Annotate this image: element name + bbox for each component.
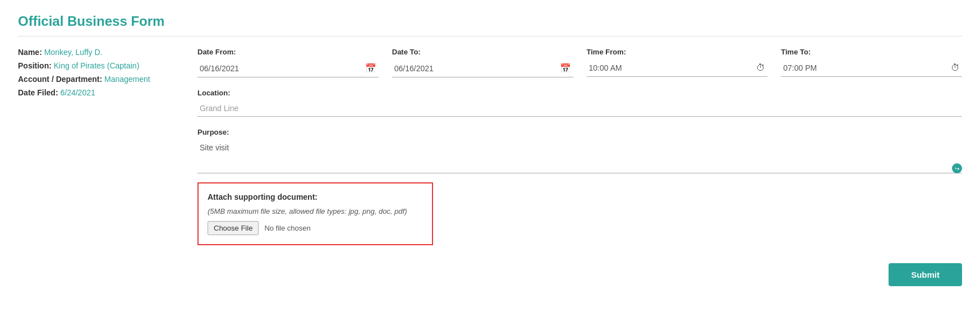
date-filed-label: Date Filed:: [18, 88, 58, 97]
location-value[interactable]: Grand Line: [197, 100, 962, 117]
position-label: Position:: [18, 61, 52, 70]
submit-row: Submit: [197, 263, 962, 286]
date-to-input-row[interactable]: 📅: [392, 59, 573, 77]
account-row: Account / Department: Management: [18, 75, 175, 84]
account-value: Management: [104, 75, 150, 84]
date-from-label: Date From:: [197, 48, 379, 56]
account-label: Account / Department:: [18, 75, 102, 84]
date-to-label: Date To:: [392, 48, 573, 56]
time-to-label: Time To:: [781, 48, 962, 56]
date-filed-row: Date Filed: 6/24/2021: [18, 88, 175, 97]
choose-file-button[interactable]: Choose File: [208, 221, 259, 235]
position-row: Position: King of Pirates (Captain): [18, 61, 175, 70]
purpose-label: Purpose:: [197, 128, 962, 136]
attach-label: Attach supporting document:: [208, 192, 423, 201]
purpose-value[interactable]: Site visit: [197, 140, 962, 173]
location-section: Location: Grand Line: [197, 89, 962, 117]
calendar-icon: 📅: [365, 63, 376, 74]
time-from-input[interactable]: [589, 63, 757, 72]
resize-icon: ↪: [952, 163, 962, 173]
right-panel: Date From: 📅 Date To: 📅 Time From: ⏱: [197, 48, 962, 286]
name-row: Name: Monkey, Luffy D.: [18, 48, 175, 57]
position-value: King of Pirates (Captain): [54, 61, 140, 70]
page-title: Official Business Form: [18, 13, 962, 36]
date-from-input-row[interactable]: 📅: [197, 59, 379, 77]
time-to-group: Time To: ⏱: [781, 48, 962, 77]
time-to-input-row[interactable]: ⏱: [781, 59, 962, 77]
submit-button[interactable]: Submit: [889, 263, 962, 286]
purpose-section: Purpose: Site visit ↪: [197, 128, 962, 173]
name-label: Name:: [18, 48, 42, 57]
time-to-input[interactable]: [783, 63, 951, 72]
no-file-text: No file chosen: [264, 224, 310, 232]
date-from-group: Date From: 📅: [197, 48, 379, 77]
left-panel: Name: Monkey, Luffy D. Position: King of…: [18, 48, 175, 286]
calendar-icon-2: 📅: [560, 63, 571, 74]
attach-section: Attach supporting document: (5MB maximum…: [197, 182, 433, 245]
name-value: Monkey, Luffy D.: [44, 48, 103, 57]
attach-hint: (5MB maximum file size, allowed file typ…: [208, 207, 423, 215]
time-from-label: Time From:: [587, 48, 768, 56]
location-label: Location:: [197, 89, 962, 97]
time-from-group: Time From: ⏱: [587, 48, 768, 77]
file-row: Choose File No file chosen: [208, 221, 423, 235]
clock-icon: ⏱: [756, 63, 765, 73]
time-from-input-row[interactable]: ⏱: [587, 59, 768, 77]
date-filed-value: 6/24/2021: [60, 88, 95, 97]
date-from-input[interactable]: [200, 64, 365, 73]
clock-icon-2: ⏱: [951, 63, 960, 73]
date-time-row: Date From: 📅 Date To: 📅 Time From: ⏱: [197, 48, 962, 77]
date-to-input[interactable]: [394, 64, 560, 73]
date-to-group: Date To: 📅: [392, 48, 573, 77]
